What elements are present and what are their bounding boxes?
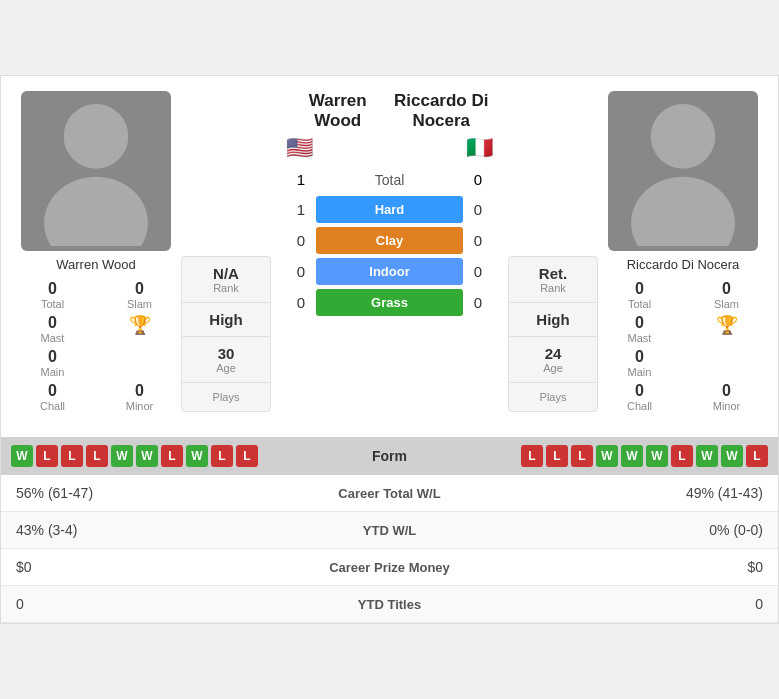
right-stat-minor: 0 Minor (685, 382, 768, 412)
clay-row: 0 Clay 0 (286, 227, 493, 254)
left-stat-main: 0 Main (11, 348, 94, 378)
stats-left-3: 0 (16, 596, 300, 612)
left-age-row: 30 Age (182, 337, 270, 383)
right-stat-total: 0 Total (598, 280, 681, 310)
left-high-row: High (182, 303, 270, 337)
grass-left: 0 (286, 294, 316, 311)
left-player-avatar (21, 91, 171, 251)
stats-center-3: YTD Titles (300, 597, 480, 612)
svg-point-3 (631, 177, 735, 246)
right-plays-row: Plays (509, 383, 597, 411)
left-form-badge-l: L (236, 445, 258, 467)
stats-row-0: 56% (61-47)Career Total W/L49% (41-43) (1, 475, 778, 512)
right-form-badge-w: W (696, 445, 718, 467)
right-form-badges: LLLWWWLWWL (450, 445, 769, 467)
right-info-panel: Ret. Rank High 24 Age Plays (508, 91, 598, 412)
right-stats-grid: 0 Total 0 Slam 0 Mast 🏆 0 Main (598, 280, 768, 412)
right-stat-slam: 0 Slam (685, 280, 768, 310)
left-plays-row: Plays (182, 383, 270, 411)
stats-row-2: $0Career Prize Money$0 (1, 549, 778, 586)
left-form-badge-l: L (86, 445, 108, 467)
clay-left: 0 (286, 232, 316, 249)
left-form-badge-w: W (136, 445, 158, 467)
left-trophy-icon-cell: 🏆 (98, 314, 181, 344)
right-form-badge-l: L (521, 445, 543, 467)
left-stat-minor: 0 Minor (98, 382, 181, 412)
hard-row: 1 Hard 0 (286, 196, 493, 223)
left-player-name: Warren Wood (56, 257, 135, 272)
right-form-badge-l: L (671, 445, 693, 467)
top-section: Warren Wood 0 Total 0 Slam 0 Mast 🏆 (1, 76, 778, 427)
bottom-stats-section: 56% (61-47)Career Total W/L49% (41-43)43… (1, 475, 778, 623)
form-label: Form (330, 448, 450, 464)
right-flag: 🇮🇹 (390, 135, 494, 161)
stats-row-3: 0YTD Titles0 (1, 586, 778, 623)
left-form-badge-l: L (36, 445, 58, 467)
right-form-badge-w: W (596, 445, 618, 467)
grass-right: 0 (463, 294, 493, 311)
hard-surface: Hard (316, 196, 463, 223)
stats-right-2: $0 (480, 559, 764, 575)
left-form-badge-w: W (11, 445, 33, 467)
main-container: Warren Wood 0 Total 0 Slam 0 Mast 🏆 (0, 75, 779, 624)
left-form-badges: WLLLWWLWLL (11, 445, 330, 467)
grass-row: 0 Grass 0 (286, 289, 493, 316)
left-stat-slam: 0 Slam (98, 280, 181, 310)
hard-right: 0 (463, 201, 493, 218)
total-left-score: 1 (286, 171, 316, 188)
left-player-card: Warren Wood 0 Total 0 Slam 0 Mast 🏆 (11, 91, 181, 412)
right-high-row: High (509, 303, 597, 337)
right-stat-chall: 0 Chall (598, 382, 681, 412)
indoor-left: 0 (286, 263, 316, 280)
grass-surface: Grass (316, 289, 463, 316)
indoor-row: 0 Indoor 0 (286, 258, 493, 285)
right-rank-row: Ret. Rank (509, 257, 597, 303)
stats-right-0: 49% (41-43) (480, 485, 764, 501)
left-trophy-icon: 🏆 (129, 314, 151, 336)
indoor-right: 0 (463, 263, 493, 280)
right-stat-mast: 0 Mast (598, 314, 681, 344)
left-form-badge-l: L (61, 445, 83, 467)
stats-row-1: 43% (3-4)YTD W/L0% (0-0) (1, 512, 778, 549)
stats-center-2: Career Prize Money (300, 560, 480, 575)
clay-surface: Clay (316, 227, 463, 254)
right-stat-main: 0 Main (598, 348, 681, 378)
right-player-card: Riccardo Di Nocera 0 Total 0 Slam 0 Mast… (598, 91, 768, 412)
stats-left-1: 43% (3-4) (16, 522, 300, 538)
left-form-badge-w: W (186, 445, 208, 467)
right-form-badge-w: W (721, 445, 743, 467)
total-label: Total (316, 172, 463, 188)
svg-point-0 (64, 104, 129, 169)
right-age-row: 24 Age (509, 337, 597, 383)
right-form-badge-l: L (746, 445, 768, 467)
svg-point-2 (651, 104, 716, 169)
right-player-avatar (608, 91, 758, 251)
stats-center-1: YTD W/L (300, 523, 480, 538)
left-flag: 🇺🇸 (286, 135, 390, 161)
stats-left-0: 56% (61-47) (16, 485, 300, 501)
svg-point-1 (44, 177, 148, 246)
right-form-badge-w: W (621, 445, 643, 467)
left-stat-chall: 0 Chall (11, 382, 94, 412)
left-info-box: N/A Rank High 30 Age Plays (181, 256, 271, 412)
right-form-badge-l: L (571, 445, 593, 467)
indoor-surface: Indoor (316, 258, 463, 285)
right-info-box: Ret. Rank High 24 Age Plays (508, 256, 598, 412)
right-player-name: Riccardo Di Nocera (627, 257, 740, 272)
left-form-badge-l: L (211, 445, 233, 467)
right-form-badge-l: L (546, 445, 568, 467)
total-row: 1 Total 0 (286, 171, 493, 188)
right-trophy-icon-cell: 🏆 (685, 314, 768, 344)
stats-center-0: Career Total W/L (300, 486, 480, 501)
right-form-badge-w: W (646, 445, 668, 467)
left-form-badge-w: W (111, 445, 133, 467)
left-form-badge-l: L (161, 445, 183, 467)
stats-right-1: 0% (0-0) (480, 522, 764, 538)
clay-right: 0 (463, 232, 493, 249)
middle-panel: Warren Wood 🇺🇸 Riccardo Di Nocera 🇮🇹 1 T… (276, 91, 503, 412)
left-rank-row: N/A Rank (182, 257, 270, 303)
right-name-header: Riccardo Di Nocera (390, 91, 494, 131)
right-trophy-icon: 🏆 (716, 314, 738, 336)
left-stats-grid: 0 Total 0 Slam 0 Mast 🏆 0 Main (11, 280, 181, 412)
form-section: WLLLWWLWLL Form LLLWWWLWWL (1, 437, 778, 475)
